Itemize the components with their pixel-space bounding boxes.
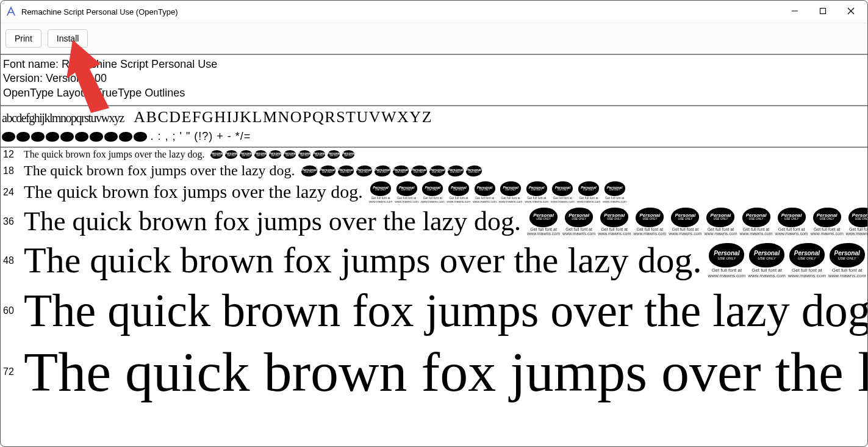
badge-icon: PersonalUSE ONLY bbox=[742, 208, 770, 227]
badge-icon: PersonalUSE ONLY bbox=[529, 208, 558, 227]
badge-icon: PersonalUSE ONLY bbox=[375, 165, 390, 176]
numeral-badge-icon bbox=[119, 132, 132, 142]
badge-icon: PersonalUSE ONLY bbox=[328, 150, 340, 159]
personal-use-badge: PersonalUSE ONLYGet full font atwww.mawn… bbox=[225, 150, 237, 159]
personal-use-badge: PersonalUSE ONLYGet full font atwww.mawn… bbox=[846, 208, 867, 236]
badge-url: www.mawns.com bbox=[369, 200, 393, 203]
badge-url: www.mawns.com bbox=[708, 273, 745, 278]
sample-row-18: 18The quick brown fox jumps over the laz… bbox=[1, 161, 867, 180]
font-name-value: Remachine Script Personal Use bbox=[62, 58, 217, 70]
window-title: Remachine Script Personal Use (OpenType) bbox=[21, 7, 178, 16]
personal-use-badge: PersonalUSE ONLYGet full font atwww.mawn… bbox=[375, 165, 390, 176]
badge-icon: PersonalUSE ONLY bbox=[778, 208, 806, 227]
punctuation: . : , ; ' " (!?) + - */= bbox=[151, 130, 251, 142]
personal-use-badge: PersonalUSE ONLYGet full font atwww.mawn… bbox=[269, 150, 281, 159]
personal-use-badge: PersonalUSE ONLYGet full font atwww.mawn… bbox=[411, 165, 427, 176]
titlebar: Remachine Script Personal Use (OpenType) bbox=[1, 1, 867, 23]
personal-use-badge: PersonalUSE ONLYGet full font atwww.mawn… bbox=[240, 150, 252, 159]
personal-use-badge: PersonalUSE ONLYGet full font atwww.mawn… bbox=[421, 181, 445, 203]
badge-url: www.mawns.com bbox=[669, 231, 701, 236]
badge-icon: PersonalUSE ONLY bbox=[254, 150, 267, 159]
personal-use-badge: PersonalUSE ONLYGet full font atwww.mawn… bbox=[775, 208, 808, 236]
badge-icon: PersonalUSE ONLY bbox=[284, 150, 296, 159]
personal-use-badge: PersonalUSE ONLYGet full font atwww.mawn… bbox=[328, 150, 340, 159]
badge-icon: PersonalUSE ONLY bbox=[848, 208, 867, 227]
badge-icon: PersonalUSE ONLY bbox=[210, 150, 223, 159]
badge-url: www.mawns.com bbox=[603, 200, 626, 203]
sample-text: The quick brown fox jumps over the lazy … bbox=[20, 149, 204, 160]
personal-use-badge: PersonalUSE ONLYGet full font atwww.mawn… bbox=[811, 208, 844, 236]
badge-url: www.mawns.com bbox=[633, 231, 666, 236]
install-button[interactable]: Install bbox=[48, 29, 88, 48]
personal-use-badge: PersonalUSE ONLYGet full font atwww.mawn… bbox=[301, 165, 317, 176]
badge-caption: Get full font at bbox=[711, 267, 742, 273]
badge-url: www.mawns.com bbox=[525, 200, 548, 203]
font-info: Font name: Remachine Script Personal Use… bbox=[1, 55, 867, 106]
badge-caption: Get full font at bbox=[565, 227, 592, 231]
badge-icon: PersonalUSE ONLY bbox=[830, 243, 865, 267]
badge-url: www.mawns.com bbox=[473, 200, 497, 203]
badge-icon: PersonalUSE ONLY bbox=[749, 243, 784, 267]
badge-group: PersonalUSE ONLYGet full font atwww.mawn… bbox=[210, 150, 354, 159]
uppercase-alphabet: ABCDEFGHIJKLMNOPQRSTUVWXYZ bbox=[134, 108, 432, 126]
font-name-line: Font name: Remachine Script Personal Use bbox=[3, 57, 865, 71]
size-label: 12 bbox=[3, 149, 20, 160]
badge-caption: Get full font at bbox=[832, 267, 863, 273]
sample-text: The quick brown fox jumps over the lazy … bbox=[20, 206, 521, 237]
badge-caption: Get full font at bbox=[778, 227, 805, 231]
badge-icon: PersonalUSE ONLY bbox=[706, 208, 734, 227]
numeral-badge-icon bbox=[60, 132, 74, 142]
personal-use-badge: PersonalUSE ONLYGet full font atwww.mawn… bbox=[704, 208, 737, 236]
badge-icon: PersonalUSE ONLY bbox=[600, 208, 628, 227]
size-label: 60 bbox=[3, 305, 20, 316]
personal-use-badge: PersonalUSE ONLYGet full font atwww.mawn… bbox=[740, 208, 773, 236]
personal-use-badge: PersonalUSE ONLYGet full font atwww.mawn… bbox=[298, 150, 310, 159]
size-label: 48 bbox=[3, 255, 20, 266]
personal-use-badge: PersonalUSE ONLYGet full font atwww.mawn… bbox=[369, 181, 393, 203]
badge-icon: PersonalUSE ONLY bbox=[269, 150, 281, 159]
personal-use-badge: PersonalUSE ONLYGet full font atwww.mawn… bbox=[356, 165, 372, 176]
sample-row-72: 72The quick brown fox jumps over the laz… bbox=[1, 338, 867, 405]
personal-use-badge: PersonalUSE ONLYGet full font atwww.mawn… bbox=[633, 208, 666, 236]
badge-icon: PersonalUSE ONLY bbox=[671, 208, 699, 227]
maximize-button[interactable] bbox=[809, 1, 837, 21]
badge-icon: PersonalUSE ONLY bbox=[448, 181, 469, 196]
badge-icon: PersonalUSE ONLY bbox=[604, 181, 625, 196]
badge-icon: PersonalUSE ONLY bbox=[578, 181, 599, 196]
badge-icon: PersonalUSE ONLY bbox=[565, 208, 593, 227]
badge-icon: PersonalUSE ONLY bbox=[411, 165, 427, 176]
badge-icon: PersonalUSE ONLY bbox=[709, 243, 744, 267]
numeral-badge-icon bbox=[75, 132, 88, 142]
numeral-badge-icon bbox=[16, 132, 30, 142]
numeral-badge-icon bbox=[104, 132, 118, 142]
personal-use-badge: PersonalUSE ONLYGet full font atwww.mawn… bbox=[748, 243, 786, 278]
sample-text: The quick brown fox jumps over the lazy … bbox=[20, 284, 867, 337]
badge-caption: Get full font at bbox=[792, 267, 822, 273]
badge-url: www.mawns.com bbox=[846, 231, 867, 236]
svg-rect-1 bbox=[820, 9, 826, 14]
personal-use-badge: PersonalUSE ONLYGet full font atwww.mawn… bbox=[669, 208, 701, 236]
minimize-button[interactable] bbox=[781, 1, 809, 21]
personal-use-badge: PersonalUSE ONLYGet full font atwww.mawn… bbox=[598, 208, 631, 236]
numeral-badge-icon bbox=[2, 132, 15, 142]
numeral-badge-icon bbox=[46, 132, 59, 142]
close-button[interactable] bbox=[837, 1, 865, 21]
lowercase-alphabet: abcdefghijklmnopqrstuvwxyz bbox=[2, 111, 124, 125]
badge-url: www.mawns.com bbox=[527, 231, 560, 236]
badge-icon: PersonalUSE ONLY bbox=[526, 181, 547, 196]
personal-use-badge: PersonalUSE ONLYGet full font atwww.mawn… bbox=[429, 165, 445, 176]
font-app-icon bbox=[5, 6, 16, 17]
numeral-badge-icon bbox=[134, 132, 147, 142]
badge-caption: Get full font at bbox=[672, 227, 699, 231]
badge-icon: PersonalUSE ONLY bbox=[422, 181, 443, 196]
print-button[interactable]: Print bbox=[5, 29, 41, 48]
badge-caption: Get full font at bbox=[743, 227, 770, 231]
personal-use-badge: PersonalUSE ONLYGet full font atwww.mawn… bbox=[551, 181, 575, 203]
badge-icon: PersonalUSE ONLY bbox=[370, 181, 391, 196]
badge-url: www.mawns.com bbox=[395, 200, 418, 203]
badge-icon: PersonalUSE ONLY bbox=[466, 165, 482, 176]
size-label: 36 bbox=[3, 216, 20, 227]
badge-icon: PersonalUSE ONLY bbox=[338, 165, 354, 176]
sample-row-60: 60The quick brown fox jumps over the laz… bbox=[1, 283, 867, 338]
badge-icon: PersonalUSE ONLY bbox=[298, 150, 310, 159]
